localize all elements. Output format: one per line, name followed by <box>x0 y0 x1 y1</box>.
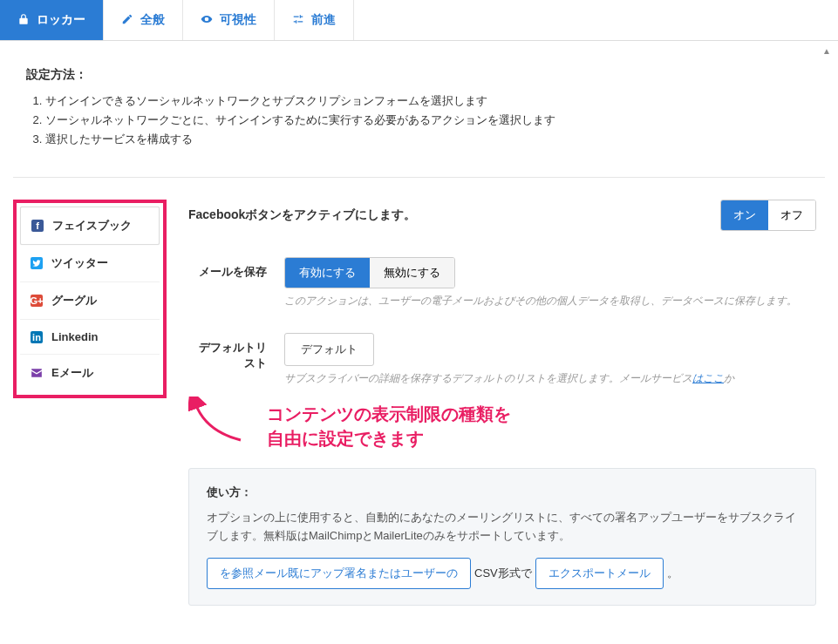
collapse-icon[interactable]: ▲ <box>822 46 831 56</box>
facebook-icon: f <box>31 220 44 232</box>
save-email-row: メールを保存 有効にする 無効にする このアクションは、ユーザーの電子メールおよ… <box>188 257 816 308</box>
usage-box: 使い方： オプションの上に使用すると、自動的にあなたのメーリングリストに、すべて… <box>188 468 816 606</box>
default-list-row: デフォルトリスト デフォルト サブスクライバーの詳細を保存するデフォルトのリスト… <box>188 333 816 386</box>
sidebar-item-label: Linkedin <box>51 330 98 343</box>
setup-step: ソーシャルネットワークごとに、サインインするために実行する必要があるアクションを… <box>45 112 812 128</box>
tab-label: 可視性 <box>220 12 256 28</box>
tab-advanced[interactable]: 前進 <box>275 0 354 40</box>
setup-section: 設定方法： サインインできるソーシャルネットワークとサブスクリプションフォームを… <box>0 41 838 159</box>
export-csv-link[interactable]: エクスポートメール <box>535 558 664 589</box>
usage-mid-text: CSV形式で <box>474 566 532 581</box>
annotation-line: コンテンツの表示制限の種類を <box>267 404 511 424</box>
usage-body: オプションの上に使用すると、自動的にあなたのメーリングリストに、すべての署名アッ… <box>207 509 798 546</box>
view-signups-link[interactable]: を参照メール既にアップ署名またはユーザーの <box>207 558 471 589</box>
sidebar-item-label: Eメール <box>51 365 93 381</box>
activate-toggle: オン オフ <box>720 200 816 231</box>
lock-icon <box>17 13 30 28</box>
sidebar-item-label: グーグル <box>51 293 97 308</box>
annotation-callout: コンテンツの表示制限の種類を 自由に設定できます <box>232 402 816 451</box>
setup-heading: 設定方法： <box>26 67 812 83</box>
sidebar-item-linkedin[interactable]: in Linkedin <box>20 320 160 355</box>
activate-label: Facebookボタンをアクティブにします。 <box>188 207 416 223</box>
default-list-help: サブスクライバーの詳細を保存するデフォルトのリストを選択します。メールサービスは… <box>284 371 816 386</box>
setup-steps: サインインできるソーシャルネットワークとサブスクリプションフォームを選択します … <box>26 93 812 147</box>
annotation-highlight-box: f フェイスブック ツイッター G+ グーグル in Linkedin <box>13 200 167 398</box>
settings-content: Facebookボタンをアクティブにします。 オン オフ メールを保存 有効にす… <box>180 200 825 606</box>
setup-step: 選択したサービスを構成する <box>45 132 812 147</box>
google-plus-icon: G+ <box>31 295 43 307</box>
tab-visibility[interactable]: 可視性 <box>183 0 275 40</box>
mail-service-link[interactable]: はここ <box>692 372 724 384</box>
toggle-on-button[interactable]: オン <box>721 200 768 230</box>
sidebar-item-email[interactable]: Eメール <box>20 355 160 391</box>
twitter-icon <box>31 257 43 269</box>
tab-label: 全般 <box>140 12 165 28</box>
envelope-icon <box>31 367 43 379</box>
eye-icon <box>201 13 213 28</box>
usage-period: 。 <box>667 566 678 581</box>
annotation-arrow-icon <box>188 397 258 449</box>
save-email-help: このアクションは、ユーザーの電子メールおよびその他の個人データを取得し、データベ… <box>284 294 816 308</box>
activate-row: Facebookボタンをアクティブにします。 オン オフ <box>188 200 816 231</box>
default-list-label: デフォルトリスト <box>188 333 284 371</box>
default-list-dropdown[interactable]: デフォルト <box>284 333 374 366</box>
setup-step: サインインできるソーシャルネットワークとサブスクリプションフォームを選択します <box>45 93 812 109</box>
tab-label: 前進 <box>311 12 336 28</box>
tab-label: ロッカー <box>37 12 85 28</box>
disable-button[interactable]: 無効にする <box>370 258 454 288</box>
pencil-icon <box>121 13 133 28</box>
sliders-icon <box>292 13 304 28</box>
toggle-off-button[interactable]: オフ <box>768 200 815 230</box>
sidebar-item-twitter[interactable]: ツイッター <box>20 245 160 282</box>
sidebar-item-label: ツイッター <box>51 255 108 271</box>
main-tabs: ロッカー 全般 可視性 前進 <box>0 0 838 41</box>
sidebar-item-facebook[interactable]: f フェイスブック <box>20 207 160 245</box>
sidebar-item-google[interactable]: G+ グーグル <box>20 282 160 320</box>
sidebar-item-label: フェイスブック <box>52 218 132 234</box>
enable-button[interactable]: 有効にする <box>285 258 370 288</box>
linkedin-icon: in <box>31 331 43 343</box>
social-nav: f フェイスブック ツイッター G+ グーグル in Linkedin <box>20 207 160 391</box>
annotation-line: 自由に設定できます <box>267 429 424 448</box>
save-email-label: メールを保存 <box>188 257 284 280</box>
save-email-toggle: 有効にする 無効にする <box>284 257 455 288</box>
tab-locker[interactable]: ロッカー <box>0 0 104 40</box>
usage-heading: 使い方： <box>207 485 798 500</box>
tab-general[interactable]: 全般 <box>104 0 183 40</box>
